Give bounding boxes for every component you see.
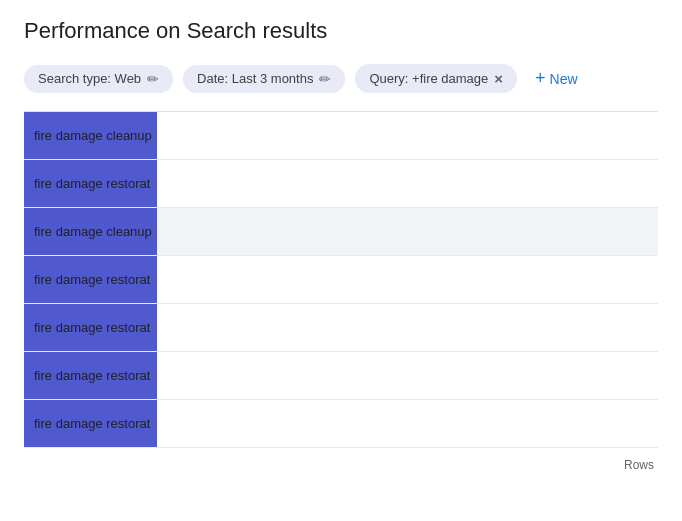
row-label: fire damage restorat <box>34 416 150 431</box>
filter-label-query: Query: +fire damage <box>369 71 488 86</box>
filter-chip-query[interactable]: Query: +fire damage × <box>355 64 517 93</box>
rows-label: Rows <box>624 458 654 472</box>
table-row[interactable]: fire damage restorat <box>24 304 658 352</box>
row-label: fire damage restorat <box>34 320 150 335</box>
row-label: fire damage restorat <box>34 368 150 383</box>
edit-icon-search-type: ✏ <box>147 71 159 87</box>
row-label: fire damage cleanup <box>34 128 152 143</box>
table-row[interactable]: fire damage cleanup <box>24 208 658 256</box>
filter-bar: Search type: Web ✏ Date: Last 3 months ✏… <box>24 62 658 95</box>
footer-row: Rows <box>24 448 658 476</box>
table-row[interactable]: fire damage restorat <box>24 160 658 208</box>
table-row[interactable]: fire damage restorat <box>24 400 658 448</box>
new-button-label: New <box>550 71 578 87</box>
row-label: fire damage cleanup <box>34 224 152 239</box>
page-title: Performance on Search results <box>24 18 658 44</box>
filter-chip-date[interactable]: Date: Last 3 months ✏ <box>183 65 345 93</box>
plus-icon: + <box>535 68 546 89</box>
filter-chip-search-type[interactable]: Search type: Web ✏ <box>24 65 173 93</box>
table-row[interactable]: fire damage cleanup <box>24 112 658 160</box>
table-row[interactable]: fire damage restorat <box>24 352 658 400</box>
page-container: Performance on Search results Search typ… <box>0 0 682 521</box>
table-row[interactable]: fire damage restorat <box>24 256 658 304</box>
close-icon-query[interactable]: × <box>494 70 503 87</box>
filter-label-date: Date: Last 3 months <box>197 71 313 86</box>
filter-label-search-type: Search type: Web <box>38 71 141 86</box>
edit-icon-date: ✏ <box>319 71 331 87</box>
row-label: fire damage restorat <box>34 176 150 191</box>
new-button[interactable]: + New <box>527 62 586 95</box>
table-container: fire damage cleanupfire damage restoratf… <box>24 111 658 448</box>
row-label: fire damage restorat <box>34 272 150 287</box>
